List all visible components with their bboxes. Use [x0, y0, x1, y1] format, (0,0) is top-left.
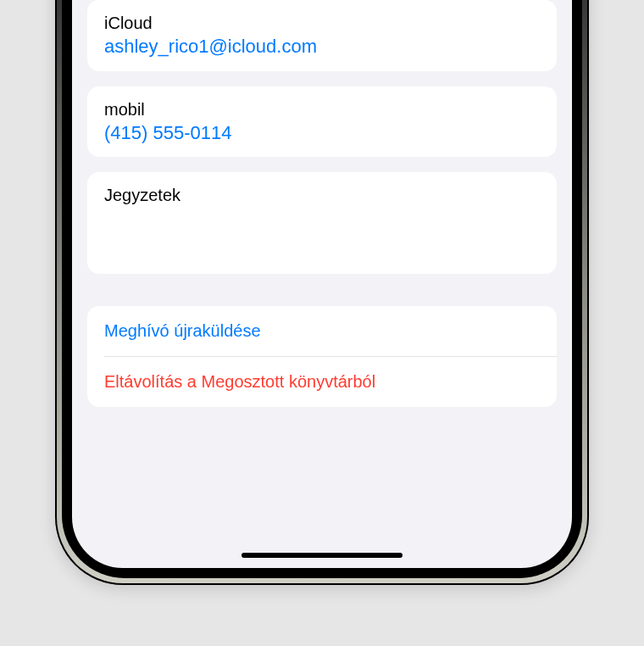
- mobile-value[interactable]: (415) 555-0114: [104, 120, 540, 146]
- icloud-card[interactable]: iCloud ashley_rico1@icloud.com: [87, 0, 557, 71]
- phone-frame: iCloud ashley_rico1@icloud.com mobil (41…: [55, 0, 589, 585]
- icloud-value[interactable]: ashley_rico1@icloud.com: [104, 34, 540, 59]
- notes-card[interactable]: Jegyzetek: [87, 172, 557, 274]
- phone-screen: iCloud ashley_rico1@icloud.com mobil (41…: [64, 0, 580, 576]
- mobile-label: mobil: [104, 98, 540, 120]
- mobile-row[interactable]: mobil (415) 555-0114: [87, 86, 557, 158]
- mobile-card[interactable]: mobil (415) 555-0114: [87, 86, 557, 158]
- remove-from-shared-library-button[interactable]: Eltávolítás a Megosztott könyvtárból: [87, 357, 557, 407]
- icloud-row[interactable]: iCloud ashley_rico1@icloud.com: [87, 0, 557, 71]
- notes-label: Jegyzetek: [104, 184, 540, 206]
- home-indicator[interactable]: [242, 553, 402, 558]
- resend-invite-button[interactable]: Meghívó újraküldése: [87, 306, 557, 356]
- notes-row[interactable]: Jegyzetek: [87, 172, 557, 218]
- icloud-label: iCloud: [104, 12, 540, 34]
- actions-card: Meghívó újraküldése Eltávolítás a Megosz…: [87, 306, 557, 407]
